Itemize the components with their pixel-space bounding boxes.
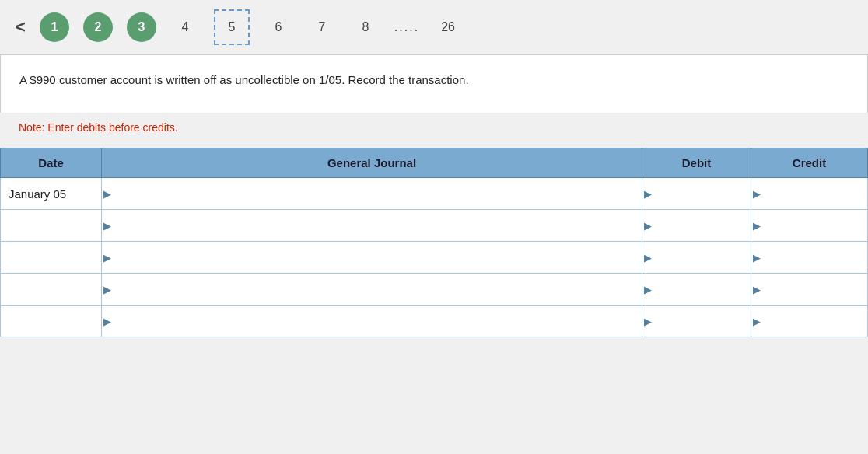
debit-cell-5: ▶ (642, 306, 751, 337)
journal-cell-2: ▶ (102, 210, 642, 242)
date-cell-4 (1, 274, 102, 306)
journal-input-3[interactable] (102, 242, 642, 273)
header-general-journal: General Journal (102, 148, 642, 178)
nav-item-7[interactable]: 7 (307, 12, 337, 42)
credit-input-5[interactable] (751, 306, 867, 337)
nav-item-4[interactable]: 4 (170, 12, 200, 42)
journal-input-4[interactable] (102, 274, 642, 305)
table-row: ▶ ▶ ▶ (1, 306, 868, 337)
prev-button[interactable]: < (16, 17, 26, 37)
table-row: ▶ ▶ ▶ (1, 242, 868, 274)
credit-cell-3: ▶ (751, 242, 868, 274)
journal-input-1[interactable] (102, 178, 642, 209)
header-debit: Debit (642, 148, 751, 178)
journal-input-2[interactable] (102, 210, 642, 241)
journal-cell-5: ▶ (102, 306, 642, 337)
table-row: January 05 ▶ ▶ ▶ (1, 178, 868, 210)
credit-input-4[interactable] (751, 274, 867, 305)
table-row: ▶ ▶ ▶ (1, 274, 868, 306)
nav-item-5[interactable]: 5 (214, 9, 250, 45)
nav-item-6[interactable]: 6 (264, 12, 293, 42)
journal-cell-3: ▶ (102, 242, 642, 274)
credit-cell-5: ▶ (751, 306, 868, 337)
credit-cell-4: ▶ (751, 274, 868, 306)
debit-cell-4: ▶ (642, 274, 751, 306)
general-journal-table: Date General Journal Debit Credit Januar… (0, 148, 868, 337)
credit-input-3[interactable] (751, 242, 867, 273)
credit-input-2[interactable] (751, 210, 867, 241)
nav-item-8[interactable]: 8 (351, 12, 380, 42)
debit-input-4[interactable] (642, 274, 751, 305)
date-cell-3 (1, 242, 102, 274)
header-date: Date (1, 148, 102, 178)
date-cell-5 (1, 306, 102, 337)
nav-item-26[interactable]: 26 (433, 12, 463, 42)
nav-dots: ..... (394, 20, 419, 34)
date-cell-2 (1, 210, 102, 242)
debit-input-3[interactable] (642, 242, 751, 273)
credit-cell-1: ▶ (751, 178, 868, 210)
table-row: ▶ ▶ ▶ (1, 210, 868, 242)
journal-table-container: Date General Journal Debit Credit Januar… (0, 148, 868, 337)
nav-item-2[interactable]: 2 (83, 12, 113, 42)
nav-item-3[interactable]: 3 (127, 12, 156, 42)
debit-input-5[interactable] (642, 306, 751, 337)
date-cell-1: January 05 (1, 178, 102, 210)
debit-cell-1: ▶ (642, 178, 751, 210)
question-area: A $990 customer account is written off a… (0, 54, 868, 114)
journal-cell-4: ▶ (102, 274, 642, 306)
credit-input-1[interactable] (751, 178, 867, 209)
debit-cell-3: ▶ (642, 242, 751, 274)
question-text: A $990 customer account is written off a… (19, 71, 849, 89)
debit-cell-2: ▶ (642, 210, 751, 242)
credit-cell-2: ▶ (751, 210, 868, 242)
note-text: Note: Enter debits before credits. (19, 121, 178, 134)
debit-input-1[interactable] (642, 178, 751, 209)
nav-item-1[interactable]: 1 (40, 12, 69, 42)
journal-cell-1: ▶ (102, 178, 642, 210)
navigation-bar: < 1 2 3 4 5 6 7 8 ..... 26 (0, 0, 868, 54)
header-credit: Credit (751, 148, 868, 178)
debit-input-2[interactable] (642, 210, 751, 241)
journal-input-5[interactable] (102, 306, 642, 337)
note-area: Note: Enter debits before credits. (0, 114, 868, 141)
